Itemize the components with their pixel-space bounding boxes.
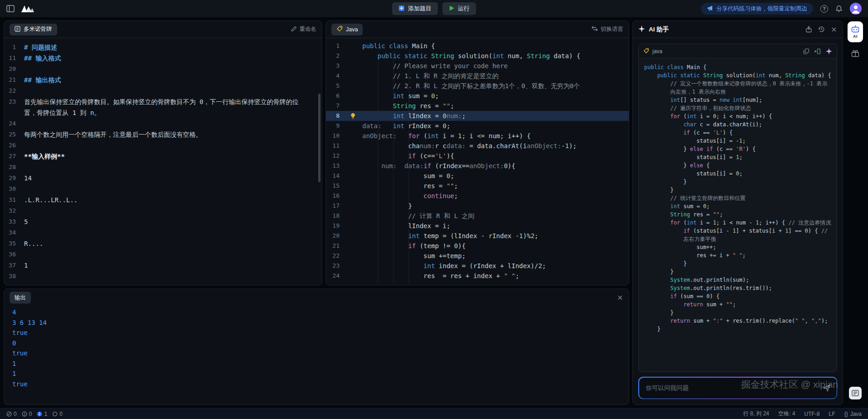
markdown-line: 36 [4,249,322,260]
language-mode[interactable]: {} Java [844,411,862,417]
code-line[interactable]: 6 int sum = 0; [326,91,629,101]
ai-code-line: String res = ""; [644,210,831,219]
java-tag-icon [336,25,343,33]
rename-label: 重命名 [300,25,317,33]
indent-setting[interactable]: 空格: 4 [778,410,795,418]
avatar[interactable] [850,3,862,15]
insert-code-icon[interactable] [814,48,821,55]
output-line: true [12,379,621,389]
code-line[interactable]: 10anObject: for (int i = 1; i <= num; i+… [326,131,629,141]
ai-code-line: } [644,178,831,186]
problem-title-chip[interactable]: 多米诺骨牌 [10,24,57,35]
code-line[interactable]: 21 if (temp != 0){ [326,241,629,251]
rewards-gift-icon[interactable] [851,49,860,59]
output-lines: 43 6 13 14true0true11true [4,306,629,404]
cursor-position[interactable]: 行 8, 列 24 [743,410,769,418]
send-icon[interactable] [823,384,831,392]
output-panel: 输出 43 6 13 14true0true11true [4,289,629,405]
megaphone-icon [707,5,713,13]
problem-lines[interactable]: 1# 问题描述11## 输入格式2021## 输出格式2223首先输出保持竖立的… [4,38,322,285]
ai-close-icon[interactable] [831,26,837,33]
info-indicator[interactable]: 1 [37,411,47,417]
ai-code-line: return sum + ":" + res.trim().replace(" … [644,317,831,325]
ai-code-line: char c = data.charAt(i); [644,120,831,129]
ai-input-box [639,378,837,399]
encoding[interactable]: UTF-8 [804,411,820,417]
ai-code-line: // 遍历字符串，初始化骨牌状态 [644,104,831,112]
code-line[interactable]: 11 chanum:r cdata: = data.charAt(ianObje… [326,141,629,151]
code-line[interactable]: 20 int temp = (lIndex - rIndex -1)%2; [326,231,629,241]
help-icon[interactable]: ? [820,5,828,13]
code-line[interactable]: 17 } [326,201,629,211]
markdown-line: 34 [4,227,322,238]
ai-code-line: // 统计竖立骨牌的数目和位置 [644,194,831,202]
eol-setting[interactable]: LF [829,411,835,417]
switch-language-button[interactable]: 切换语言 [592,25,623,33]
dock-panel-button[interactable] [849,387,862,399]
code-line[interactable]: 14 sum = 0; [326,171,629,181]
ai-code-lang-label: java [652,48,662,55]
problem-scrollbar[interactable] [318,94,321,182]
markdown-line: 32 [4,205,322,216]
code-line[interactable]: 1public class Main { [326,41,629,51]
code-line[interactable]: 9data: int rIndex = 0; [326,121,629,131]
code-line[interactable]: 19 lIndex = i; [326,221,629,231]
add-problem-button[interactable]: 添加题目 [392,2,438,15]
code-line[interactable]: 5 // 2. R 和 L 之间的下标之差单数为1个，0、双数、无穷为0个 [326,81,629,91]
language-tab[interactable]: Java [331,24,363,35]
markdown-line: 20 [4,64,322,75]
problem-panel: 多米诺骨牌 重命名 1# 问题描述11## 输入格式2021## 输出格式222… [4,20,322,285]
code-line[interactable]: 22 sum +=temp; [326,251,629,261]
ai-code-card-header: java [639,44,837,59]
sparkle-icon [638,25,645,34]
code-line[interactable]: 13 num: data:if (rIndex==anObject:0){ [326,161,629,171]
ai-panel-title: AI 助手 [649,25,669,34]
magic-wand-icon[interactable] [826,48,832,55]
code-line[interactable]: 7 String res = ""; [326,101,629,111]
statusbar: 0010 行 8, 列 24 空格: 4 UTF-8 LF {} Java [0,408,868,419]
code-line[interactable]: 3 // Please write your code here [326,61,629,71]
code-line[interactable]: 8 int lIndex = 0num:; [326,111,629,121]
copy-icon[interactable] [803,48,809,55]
output-close-icon[interactable] [617,294,623,301]
code-line[interactable]: 23 int index = (rIndex + lIndex)/2; [326,261,629,271]
output-tab[interactable]: 输出 [10,292,31,304]
rename-button[interactable]: 重命名 [291,25,317,33]
ai-code-lines[interactable]: public class Main {public static String … [639,59,837,372]
code-line[interactable]: 24 res = res + index + " "; [326,271,629,281]
ai-code-line: res += i + " "; [644,251,831,259]
warning-indicator[interactable]: 0 [22,411,32,417]
bell-icon[interactable] [835,5,843,13]
output-panel-header: 输出 [4,289,629,306]
problem-title: 多米诺骨牌 [24,25,52,33]
ai-question-input[interactable] [645,384,819,392]
error-indicator[interactable]: 0 [6,411,17,417]
problem-panel-header: 多米诺骨牌 重命名 [4,21,322,38]
ai-toggle-label: AI [853,34,858,39]
code-line[interactable]: 18 // 计算 R 和 L 之间 [326,211,629,221]
ai-assistant-toggle-button[interactable]: AI [848,21,863,42]
output-title: 输出 [15,294,26,302]
ai-code-line: status[i] = -1; [644,137,831,145]
run-button[interactable]: 运行 [443,2,476,15]
editor-lines[interactable]: 1public class Main {2 public static Stri… [326,38,629,285]
code-line[interactable]: 4 // 1. L 和 R 之间的肯定是竖立的 [326,71,629,81]
sidebar-toggle-icon[interactable] [6,5,15,12]
switch-language-label: 切换语言 [601,25,623,33]
ai-code-line: status[i] = 1; [644,153,831,161]
promo-banner[interactable]: 分享代码练习体验，领限量定制周边 [701,3,813,15]
ai-code-line: if (c == 'L') { [644,129,831,137]
pencil-icon [291,26,297,33]
export-icon[interactable] [805,26,812,33]
code-line[interactable]: 2 public static String solution(int num,… [326,51,629,61]
add-problem-label: 添加题目 [408,5,432,13]
code-line[interactable]: 12 if (c=='L'){ [326,151,629,161]
problem-indicators: 0010 [6,411,63,417]
output-line: 1 [12,369,621,379]
markdown-line: 22 [4,85,322,96]
dot-indicator[interactable]: 0 [52,411,63,417]
code-line[interactable]: 16 continue; [326,191,629,201]
history-icon[interactable] [818,26,825,33]
app-logo-icon[interactable] [21,5,35,13]
code-line[interactable]: 15 res = ""; [326,181,629,191]
